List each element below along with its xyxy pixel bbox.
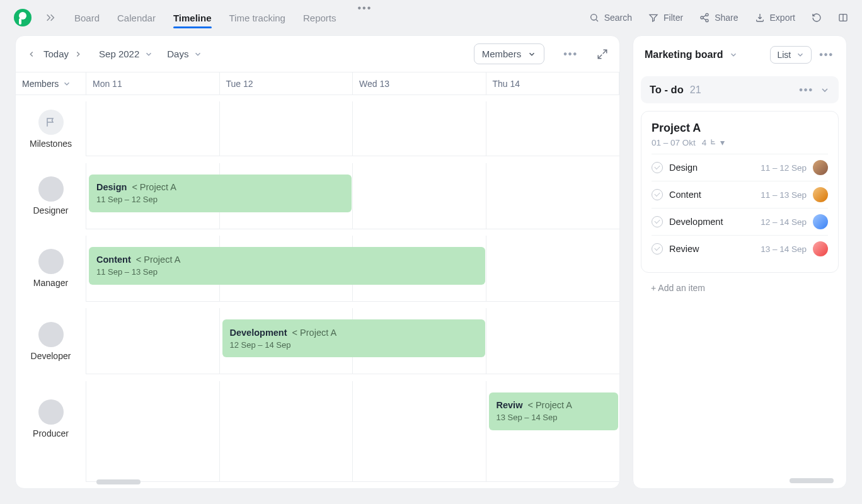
chevron-down-icon [527,50,536,59]
row-name: Milestones [30,139,72,149]
add-item-button[interactable]: + Add an item [641,279,839,301]
share-icon [699,13,710,23]
collapse-sidebar-button[interactable] [45,13,58,23]
task-project: < Project A [527,400,572,410]
board-header: Marketing board List ••• [633,36,846,74]
project-card[interactable]: Project A 01 – 07 Okt 4 ▾ Design11 – 12 … [641,111,839,273]
scale-picker[interactable]: Days [167,49,202,59]
row-name: Developer [31,351,71,361]
row-name: Designer [33,205,68,215]
timeline-task[interactable]: Content < Project A11 Sep – 13 Sep [89,247,485,285]
task-row[interactable]: Development12 – 14 Sep [652,208,828,235]
task-checkbox[interactable] [652,162,663,173]
timeline-more-button[interactable]: ••• [558,49,583,60]
timeline-lane-developer[interactable]: Development < Project A12 Sep – 14 Sep [86,308,619,374]
svg-point-1 [706,13,708,16]
horizontal-scrollbar-thumb[interactable] [96,479,141,484]
filter-button[interactable]: Filter [648,13,683,23]
tab-calendar[interactable]: Calendar [117,3,156,33]
assignee-avatar[interactable] [813,241,828,256]
timeline-grid: Members Mon 11 Tue 12 Wed 13 Thu 14 Mile… [16,72,619,488]
timeline-lane-designer[interactable]: Design < Project A11 Sep – 12 Sep [86,163,619,229]
view-picker[interactable]: List [770,46,812,64]
task-checkbox[interactable] [652,189,663,200]
task-project: < Project A [132,182,176,192]
prev-period-button[interactable] [27,50,38,59]
timeline-task[interactable]: Design < Project A11 Sep – 12 Sep [89,175,352,212]
scale-label: Days [167,49,188,59]
timeline-lane-milestones[interactable] [86,101,619,156]
board-title[interactable]: Marketing board [645,49,723,60]
card-meta: 01 – 07 Okt 4 ▾ [652,137,828,147]
search-icon [589,13,599,23]
avatar [38,176,64,202]
task-name: Development [669,217,754,227]
top-actions: Search Filter Share Export [589,13,848,23]
svg-point-2 [701,16,703,19]
layout-toggle-button[interactable] [838,13,848,23]
section-header[interactable]: To - do 21 ••• [641,76,839,103]
refresh-button[interactable] [812,13,822,23]
task-checkbox[interactable] [652,243,663,255]
share-button[interactable]: Share [699,13,738,23]
tabs-more-button[interactable]: ••• [354,3,376,33]
tab-board[interactable]: Board [74,3,100,33]
search-button[interactable]: Search [589,13,632,23]
assignee-avatar[interactable] [813,187,828,202]
tab-timeline[interactable]: Timeline [173,3,212,33]
filter-label: Filter [664,13,683,23]
avatar [38,322,64,347]
export-label: Export [770,13,795,23]
task-title: Content [96,255,131,265]
search-label: Search [604,13,632,23]
task-checkbox[interactable] [652,216,663,227]
month-picker[interactable]: Sep 2022 [99,49,153,59]
export-button[interactable]: Export [755,13,795,23]
subtasks-icon [709,138,718,147]
timeline-task[interactable]: Development < Project A12 Sep – 14 Sep [222,319,485,357]
section-more-button[interactable]: ••• [799,84,813,96]
assignee-avatar[interactable] [813,214,828,229]
members-column-header[interactable]: Members [16,72,86,95]
members-header-label: Members [22,79,59,89]
board-more-button[interactable]: ••• [818,49,835,60]
task-row[interactable]: Review13 – 14 Sep [652,235,828,262]
task-row[interactable]: Content11 – 13 Sep [652,181,828,208]
board-scrollbar-thumb[interactable] [790,478,834,483]
top-bar: Board Calendar Timeline Time tracking Re… [0,0,862,35]
day-header: Wed 13 [353,72,486,95]
today-button[interactable]: Today [43,49,69,59]
group-by-picker[interactable]: Members [474,43,545,64]
section-name: To - do [650,84,684,96]
task-row[interactable]: Design11 – 12 Sep [652,154,828,181]
app-logo[interactable] [14,9,32,26]
task-range: 12 – 14 Sep [761,217,807,227]
assignee-avatar[interactable] [813,160,828,175]
section-count: 21 [690,84,701,96]
timeline-lane-producer[interactable]: Reviw < Project A13 Sep – 14 Sep [86,381,619,482]
task-title: Development [230,328,287,338]
fullscreen-button[interactable] [597,49,608,60]
row-label-developer: Developer [16,308,86,374]
board-panel: Marketing board List ••• To - do 21 ••• [633,35,847,489]
timeline-toolbar: Today Sep 2022 Days Members [16,36,619,72]
card-title: Project A [652,122,828,135]
task-title: Design [96,182,127,192]
chevron-down-icon[interactable] [729,50,738,59]
chevron-down-icon [144,50,153,59]
main-tabs: Board Calendar Timeline Time tracking Re… [74,3,376,33]
task-dates: 13 Sep – 14 Sep [497,413,611,422]
chevron-down-icon [62,79,71,88]
task-dates: 11 Sep – 12 Sep [96,195,344,204]
timeline-task[interactable]: Reviw < Project A13 Sep – 14 Sep [489,392,619,430]
row-label-milestones: Milestones [16,101,86,156]
chevron-down-icon [796,50,805,59]
next-period-button[interactable] [74,50,85,59]
day-header: Mon 11 [86,72,220,95]
section-collapse-button[interactable] [820,85,830,95]
tab-time-tracking[interactable]: Time tracking [229,3,285,33]
task-name: Content [669,190,754,200]
timeline-lane-manager[interactable]: Content < Project A11 Sep – 13 Sep [86,236,619,302]
task-dates: 11 Sep – 13 Sep [96,267,478,277]
tab-reports[interactable]: Reports [303,3,336,33]
